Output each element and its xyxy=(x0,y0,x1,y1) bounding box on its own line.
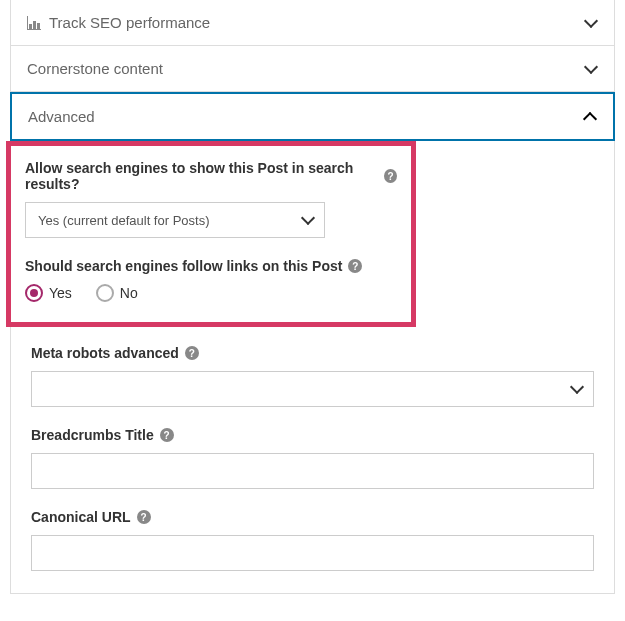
label-text: Breadcrumbs Title xyxy=(31,427,154,443)
section-title: Advanced xyxy=(28,108,95,125)
label-text: Meta robots advanced xyxy=(31,345,179,361)
label-text: Should search engines follow links on th… xyxy=(25,258,342,274)
breadcrumbs-label: Breadcrumbs Title xyxy=(31,427,594,443)
help-icon[interactable] xyxy=(185,346,199,360)
help-icon[interactable] xyxy=(384,169,397,183)
label-text: Canonical URL xyxy=(31,509,131,525)
section-header-left: Cornerstone content xyxy=(27,60,163,77)
help-icon[interactable] xyxy=(348,259,362,273)
chart-icon xyxy=(27,16,41,30)
canonical-group: Canonical URL xyxy=(31,509,594,571)
section-header-left: Track SEO performance xyxy=(27,14,210,31)
section-cornerstone[interactable]: Cornerstone content xyxy=(11,46,614,92)
follow-links-yes-radio[interactable] xyxy=(25,284,43,302)
help-icon[interactable] xyxy=(160,428,174,442)
label-text: Allow search engines to show this Post i… xyxy=(25,160,378,192)
settings-panel: Track SEO performance Cornerstone conten… xyxy=(10,0,615,594)
meta-robots-label: Meta robots advanced xyxy=(31,345,594,361)
meta-robots-select[interactable] xyxy=(31,371,594,407)
help-icon[interactable] xyxy=(137,510,151,524)
allow-search-label: Allow search engines to show this Post i… xyxy=(25,160,397,192)
section-header-left: Advanced xyxy=(28,108,95,125)
chevron-down-icon xyxy=(584,16,598,30)
allow-search-group: Allow search engines to show this Post i… xyxy=(25,160,397,238)
radio-label: No xyxy=(120,285,138,301)
breadcrumbs-group: Breadcrumbs Title xyxy=(31,427,594,489)
allow-search-select-wrapper: Yes (current default for Posts) xyxy=(25,202,325,238)
chevron-up-icon xyxy=(583,110,597,124)
allow-search-select[interactable]: Yes (current default for Posts) xyxy=(25,202,325,238)
radio-label: Yes xyxy=(49,285,72,301)
meta-robots-group: Meta robots advanced xyxy=(31,345,594,407)
highlight-box: Allow search engines to show this Post i… xyxy=(6,141,416,327)
section-advanced[interactable]: Advanced xyxy=(10,92,615,141)
follow-links-no-radio[interactable] xyxy=(96,284,114,302)
canonical-input[interactable] xyxy=(31,535,594,571)
follow-links-label: Should search engines follow links on th… xyxy=(25,258,397,274)
follow-links-group: Should search engines follow links on th… xyxy=(25,258,397,302)
follow-links-radio-group: Yes No xyxy=(25,284,397,302)
canonical-label: Canonical URL xyxy=(31,509,594,525)
follow-links-no-option[interactable]: No xyxy=(96,284,138,302)
follow-links-yes-option[interactable]: Yes xyxy=(25,284,72,302)
section-title: Cornerstone content xyxy=(27,60,163,77)
meta-robots-select-wrapper xyxy=(31,371,594,407)
section-seo-performance[interactable]: Track SEO performance xyxy=(11,0,614,46)
advanced-additional-fields: Meta robots advanced Breadcrumbs Title xyxy=(11,327,614,593)
breadcrumbs-input[interactable] xyxy=(31,453,594,489)
chevron-down-icon xyxy=(584,62,598,76)
section-title: Track SEO performance xyxy=(49,14,210,31)
advanced-content: Allow search engines to show this Post i… xyxy=(11,141,614,593)
